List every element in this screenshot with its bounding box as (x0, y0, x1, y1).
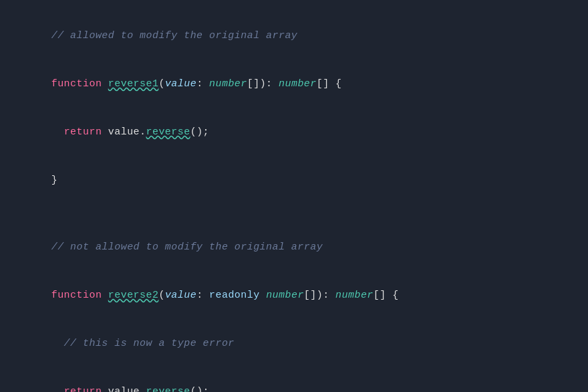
brackets1: []): (247, 78, 279, 90)
param-value: value (165, 78, 196, 90)
brackets-brace1: [] { (317, 78, 342, 90)
method-reverse: reverse (146, 126, 190, 138)
brackets2: []): (304, 290, 335, 301)
return-type-number: number (279, 78, 317, 90)
indent2 (51, 386, 64, 392)
brace-close1: } (51, 175, 57, 186)
type-number-array: number (209, 78, 247, 90)
funcname-reverse1: reverse1 (108, 78, 159, 90)
call-paren2: (); (190, 386, 209, 392)
keyword-return: return (64, 126, 108, 138)
comment-line-1: // allowed to modify the original array (13, 12, 575, 60)
paren-open: ( (158, 78, 164, 90)
method-reverse-2: reverse (146, 386, 190, 392)
funcname-reverse2: reverse2 (108, 290, 159, 301)
comment-text: // allowed to modify the original array (51, 30, 298, 41)
type-number-array-2: number (266, 290, 304, 301)
call-paren1: (); (190, 126, 209, 138)
keyword-readonly-2: readonly (209, 290, 266, 301)
brackets-brace2: [] { (374, 290, 399, 301)
keyword-function-2: function (51, 290, 108, 301)
comment-text-2: // not allowed to modify the original ar… (51, 241, 323, 253)
close-brace-1: } (13, 157, 575, 205)
type-error-comment: // this is now a type error (13, 320, 575, 368)
return-line-1: return value.reverse(); (13, 108, 575, 157)
param-value-2: value (165, 290, 196, 301)
colon2: : (196, 290, 209, 301)
return-line-2: return value.reverse(); (13, 368, 575, 392)
indent1 (51, 126, 64, 138)
code-block-2: // not allowed to modify the original ar… (13, 223, 575, 392)
paren-open-2: ( (158, 290, 164, 301)
code-block-1: // allowed to modify the original array … (13, 12, 575, 205)
keyword-return-2: return (64, 386, 108, 392)
value-ref2: value. (108, 386, 146, 392)
return-type-number-2: number (335, 290, 374, 301)
function-line-2: function reverse2(value: readonly number… (13, 272, 575, 320)
comment-type-error: // this is now a type error (51, 338, 235, 349)
function-line-1: function reverse1(value: number[]): numb… (13, 60, 575, 108)
value-ref1: value. (108, 126, 146, 138)
colon1: : (196, 78, 209, 90)
keyword-function: function (51, 78, 108, 90)
code-editor: // allowed to modify the original array … (0, 0, 588, 392)
comment-line-2: // not allowed to modify the original ar… (13, 223, 575, 272)
